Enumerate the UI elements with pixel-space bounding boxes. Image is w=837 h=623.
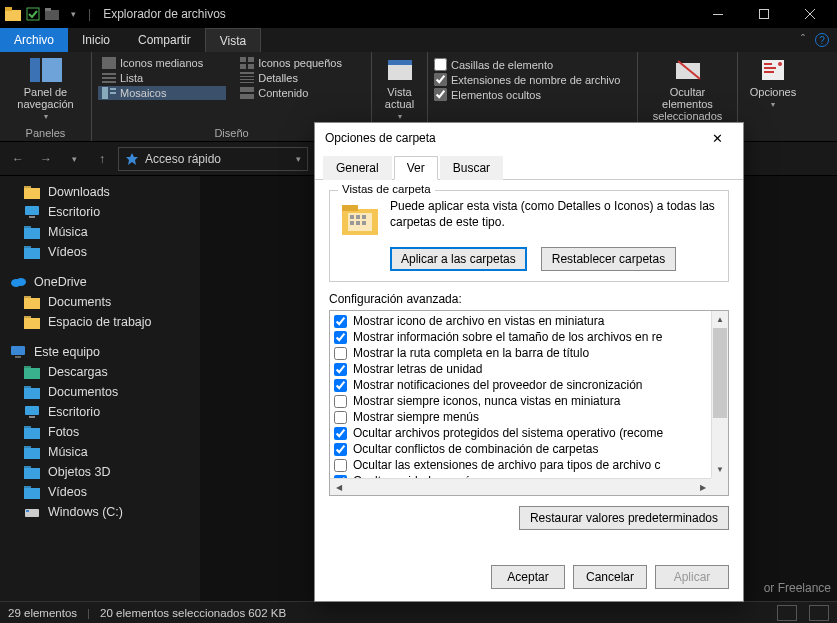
- folder-icon: [24, 185, 40, 199]
- qat-new-folder-icon[interactable]: [44, 5, 62, 23]
- ck-item-checkboxes[interactable]: Casillas de elemento: [434, 58, 620, 71]
- sidebar-thispc[interactable]: Este equipo: [0, 342, 200, 362]
- navigation-pane-button[interactable]: Panel de navegación ▾: [6, 56, 85, 121]
- sidebar-item-label: Música: [48, 445, 88, 459]
- cancel-button[interactable]: Cancelar: [573, 565, 647, 589]
- scroll-up-button[interactable]: ▲: [712, 311, 728, 328]
- current-view-button[interactable]: Vista actual ▾: [378, 56, 421, 121]
- adv-option-8[interactable]: Ocultar conflictos de combinación de car…: [334, 441, 724, 457]
- svg-marker-31: [126, 153, 138, 165]
- apply-to-folders-button[interactable]: Aplicar a las carpetas: [390, 247, 527, 271]
- hide-selected-button[interactable]: Ocultar elementos seleccionados: [644, 56, 731, 122]
- status-count: 29 elementos: [8, 607, 77, 619]
- hscrollbar[interactable]: ◀ ▶: [330, 478, 711, 495]
- restore-defaults-button[interactable]: Restaurar valores predeterminados: [519, 506, 729, 530]
- adv-option-9[interactable]: Ocultar las extensiones de archivo para …: [334, 457, 724, 473]
- sidebar-item-musica2[interactable]: Música: [0, 442, 200, 462]
- adv-option-2[interactable]: Mostrar la ruta completa en la barra de …: [334, 345, 724, 361]
- sidebar-item-fotos[interactable]: Fotos: [0, 422, 200, 442]
- adv-option-label: Ocultar conflictos de combinación de car…: [353, 442, 598, 456]
- view-small-icons[interactable]: Iconos pequeños: [236, 56, 365, 70]
- maximize-button[interactable]: [741, 0, 787, 28]
- tab-view[interactable]: Vista: [205, 28, 261, 52]
- forward-button[interactable]: →: [34, 147, 58, 171]
- view-content[interactable]: Contenido: [236, 86, 365, 100]
- view-tiles[interactable]: Mosaicos: [98, 86, 226, 100]
- sidebar-item-downloads[interactable]: Downloads: [0, 182, 200, 202]
- svg-point-30: [778, 62, 782, 66]
- hide-icon: [672, 56, 704, 84]
- svg-rect-55: [24, 426, 31, 429]
- dialog-tab-search[interactable]: Buscar: [440, 156, 503, 180]
- svg-rect-37: [24, 226, 31, 229]
- address-dropdown-icon[interactable]: ▾: [296, 154, 301, 164]
- thumb-view-toggle[interactable]: [809, 605, 829, 621]
- help-icon[interactable]: ?: [815, 33, 829, 47]
- tab-share[interactable]: Compartir: [124, 28, 205, 52]
- ck-hidden-items[interactable]: Elementos ocultos: [434, 88, 620, 101]
- advanced-settings-list[interactable]: Mostrar icono de archivo en vistas en mi…: [329, 310, 729, 496]
- recent-dropdown[interactable]: ▾: [62, 147, 86, 171]
- scroll-right-button[interactable]: ▶: [694, 479, 711, 495]
- dialog-tab-general[interactable]: General: [323, 156, 392, 180]
- adv-option-7[interactable]: Ocultar archivos protegidos del sistema …: [334, 425, 724, 441]
- details-view-toggle[interactable]: [777, 605, 797, 621]
- layout-gallery[interactable]: Iconos medianos Iconos pequeños Lista De…: [98, 56, 365, 100]
- view-details[interactable]: Detalles: [236, 71, 365, 85]
- ribbon-collapse-icon[interactable]: ˆ: [801, 33, 805, 47]
- vscrollbar[interactable]: ▲ ▼: [711, 311, 728, 478]
- ck-extensions[interactable]: Extensiones de nombre de archivo: [434, 73, 620, 86]
- adv-option-0[interactable]: Mostrar icono de archivo en vistas en mi…: [334, 313, 724, 329]
- sidebar-item-label: Este equipo: [34, 345, 100, 359]
- adv-option-5[interactable]: Mostrar siempre iconos, nunca vistas en …: [334, 393, 724, 409]
- file-tab[interactable]: Archivo: [0, 28, 68, 52]
- adv-option-label: Ocultar archivos protegidos del sistema …: [353, 426, 663, 440]
- adv-option-1[interactable]: Mostrar información sobre el tamaño de l…: [334, 329, 724, 345]
- dialog-tab-view[interactable]: Ver: [394, 156, 438, 180]
- scroll-thumb[interactable]: [713, 328, 727, 418]
- sidebar-item-musica[interactable]: Música: [0, 222, 200, 242]
- sidebar-item-descargas[interactable]: Descargas: [0, 362, 200, 382]
- reset-folders-button[interactable]: Restablecer carpetas: [541, 247, 676, 271]
- qat-dropdown-icon[interactable]: ▾: [64, 5, 82, 23]
- sidebar-item-escritorio[interactable]: Escritorio: [0, 202, 200, 222]
- sidebar-item-escritorio2[interactable]: Escritorio: [0, 402, 200, 422]
- ok-button[interactable]: Aceptar: [491, 565, 565, 589]
- sidebar-item-objetos3d[interactable]: Objetos 3D: [0, 462, 200, 482]
- sidebar-onedrive[interactable]: OneDrive: [0, 272, 200, 292]
- minimize-button[interactable]: [695, 0, 741, 28]
- folder-icon: [24, 445, 40, 459]
- dialog-close-button[interactable]: ✕: [701, 123, 733, 153]
- adv-option-3[interactable]: Mostrar letras de unidad: [334, 361, 724, 377]
- address-bar[interactable]: Acceso rápido ▾: [118, 147, 308, 171]
- scroll-down-button[interactable]: ▼: [712, 461, 728, 478]
- sidebar-item-videos[interactable]: Vídeos: [0, 242, 200, 262]
- svg-rect-18: [240, 76, 254, 77]
- adv-option-4[interactable]: Mostrar notificaciones del proveedor de …: [334, 377, 724, 393]
- sidebar-item-documentos[interactable]: Documentos: [0, 382, 200, 402]
- tab-home[interactable]: Inicio: [68, 28, 124, 52]
- qat-properties-icon[interactable]: [24, 5, 42, 23]
- svg-rect-23: [110, 92, 116, 94]
- svg-rect-65: [342, 205, 358, 211]
- scroll-left-button[interactable]: ◀: [330, 479, 347, 495]
- view-list[interactable]: Lista: [98, 71, 226, 85]
- view-medium-icons[interactable]: Iconos medianos: [98, 56, 226, 70]
- svg-rect-60: [24, 488, 40, 499]
- navigation-pane[interactable]: DownloadsEscritorioMúsicaVídeosOneDriveD…: [0, 176, 200, 601]
- apply-button[interactable]: Aplicar: [655, 565, 729, 589]
- options-button[interactable]: Opciones ▾: [750, 56, 796, 109]
- svg-rect-42: [24, 298, 40, 309]
- sidebar-item-label: Downloads: [48, 185, 110, 199]
- navigation-pane-icon: [30, 56, 62, 84]
- adv-option-6[interactable]: Mostrar siempre menús: [334, 409, 724, 425]
- sidebar-item-windowsc[interactable]: Windows (C:): [0, 502, 200, 522]
- up-button[interactable]: ↑: [90, 147, 114, 171]
- back-button[interactable]: ←: [6, 147, 30, 171]
- sidebar-item-espacio[interactable]: Espacio de trabajo: [0, 312, 200, 332]
- sidebar-item-documents[interactable]: Documents: [0, 292, 200, 312]
- close-button[interactable]: [787, 0, 833, 28]
- svg-rect-20: [240, 82, 254, 83]
- sidebar-item-videos2[interactable]: Vídeos: [0, 482, 200, 502]
- svg-rect-57: [24, 446, 31, 449]
